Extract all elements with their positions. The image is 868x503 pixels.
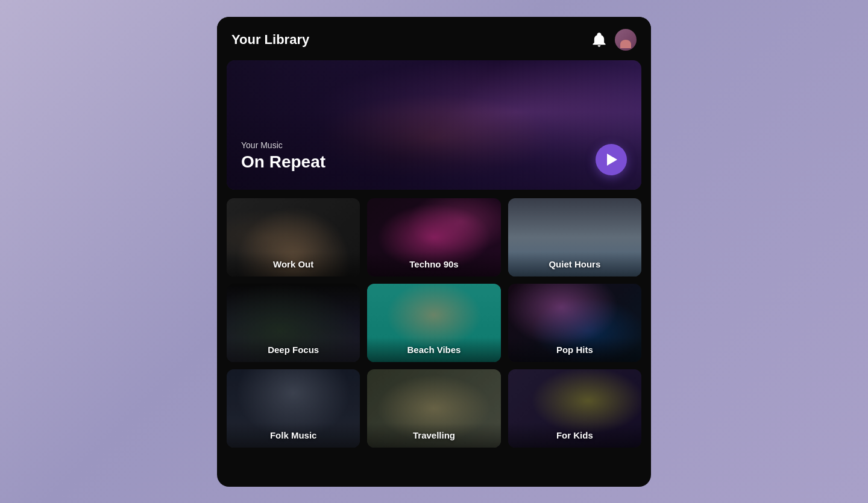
playlist-label-travelling: Travelling — [367, 423, 500, 448]
playlist-label-workout: Work Out — [227, 252, 360, 276]
avatar[interactable] — [615, 29, 637, 51]
playlist-item-travelling[interactable]: Travelling — [367, 369, 500, 448]
hero-play-button[interactable] — [596, 144, 627, 175]
playlist-item-techno90s[interactable]: Techno 90s — [367, 198, 500, 276]
playlist-item-deepfocus[interactable]: Deep Focus — [227, 284, 360, 362]
playlist-label-beach: Beach Vibes — [367, 337, 500, 362]
playlist-item-folk[interactable]: Folk Music — [227, 369, 360, 448]
playlist-item-forkids[interactable]: For Kids — [508, 369, 641, 448]
bell-icon[interactable] — [591, 31, 608, 48]
playlist-label-techno90s: Techno 90s — [367, 252, 500, 276]
bottom-spacer — [227, 448, 641, 452]
playlist-label-quiet: Quiet Hours — [508, 252, 641, 276]
hero-subtitle: Your Music — [241, 140, 326, 150]
header-actions — [591, 29, 637, 51]
playlist-label-deepfocus: Deep Focus — [227, 337, 360, 362]
playlist-label-folk: Folk Music — [227, 423, 360, 448]
playlist-label-pophits: Pop Hits — [508, 337, 641, 362]
playlist-item-quiet[interactable]: Quiet Hours — [508, 198, 641, 276]
playlist-item-beach[interactable]: Beach Vibes — [367, 284, 500, 362]
playlist-label-forkids: For Kids — [508, 423, 641, 448]
playlist-item-pophits[interactable]: Pop Hits — [508, 284, 641, 362]
playlist-item-workout[interactable]: Work Out — [227, 198, 360, 276]
hero-title: On Repeat — [241, 152, 326, 172]
hero-banner[interactable]: Your Music On Repeat — [227, 60, 641, 190]
page-title: Your Library — [231, 32, 309, 48]
hero-text: Your Music On Repeat — [241, 140, 326, 172]
header: Your Library — [217, 17, 651, 60]
playlist-grid: Work Out Techno 90s Quiet Hours Deep Foc… — [227, 198, 641, 448]
app-container: Your Library Your Music On Repeat — [217, 17, 651, 487]
main-content: Your Music On Repeat Work Out Techno 90s — [217, 60, 651, 487]
